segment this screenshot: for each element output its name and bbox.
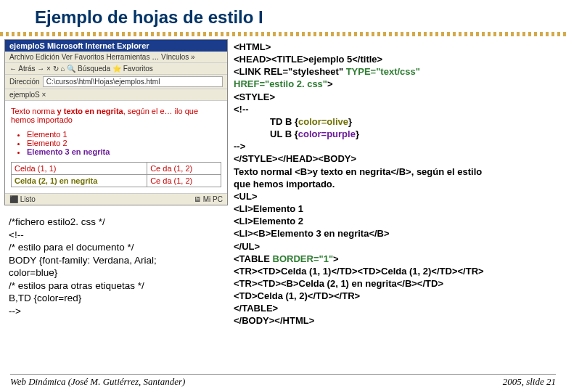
code-line: BODY {font-family: Verdana, Arial; bbox=[9, 254, 223, 267]
code-line: </STYLE></HEAD><BODY> bbox=[234, 152, 562, 165]
code-line: HREF="estilo 2. css"> bbox=[234, 78, 562, 90]
code-line: <HEAD><TITLE>ejemplo 5</title> bbox=[234, 53, 562, 65]
code-line: --> bbox=[234, 140, 562, 152]
left-column: ejemploS Microsoft Internet Explorer Arc… bbox=[4, 39, 228, 327]
list-item: Elemento 3 en negrita bbox=[27, 147, 221, 156]
code-line: Texto normal <B>y texto en negrita</B>, … bbox=[234, 166, 562, 178]
list-item: Elemento 2 bbox=[27, 139, 221, 147]
footer-left: Web Dinámica (José M. Gutiérrez, Santand… bbox=[10, 376, 185, 388]
content-area: ejemploS Microsoft Internet Explorer Arc… bbox=[0, 39, 566, 327]
addr-label: Dirección bbox=[9, 78, 40, 86]
cell-bold: Celda (2, 1) en negrita bbox=[15, 176, 97, 185]
cell: Celda (1, 1) bbox=[12, 163, 147, 175]
code-line: <TR><TD><B>Celda (2, 1) en negrita</B></… bbox=[234, 277, 562, 290]
code-line: --> bbox=[9, 305, 223, 318]
browser-table: Celda (1, 1) Ce da (1, 2) Celda (2, 1) e… bbox=[11, 162, 221, 187]
right-column: <HTML> <HEAD><TITLE>ejemplo 5</title> <L… bbox=[228, 39, 562, 327]
list-bold: Elemento 3 en negrita bbox=[27, 147, 110, 156]
body-text-1: Texto norma bbox=[11, 107, 57, 115]
cell: Ce da (1, 2) bbox=[147, 163, 221, 175]
code-line: que hemos importado. bbox=[234, 178, 562, 190]
table-row: Celda (2, 1) en negrita Ce da (1, 2) bbox=[12, 175, 221, 187]
browser-mockup: ejemploS Microsoft Internet Explorer Arc… bbox=[4, 39, 228, 205]
code-line: /* estilo para el documento */ bbox=[9, 241, 223, 254]
code-line: </BODY></HTML> bbox=[234, 314, 562, 327]
body-text-bold: y texto en negrita bbox=[57, 107, 123, 115]
code-line: <UL> bbox=[234, 190, 562, 203]
browser-tabs: ejemploS × bbox=[5, 89, 227, 101]
code-line: <LI><B>Elemento 3 en negrita</B> bbox=[234, 227, 562, 240]
slide-title: Ejemplo de hojas de estilo I bbox=[0, 0, 566, 32]
table-row: Celda (1, 1) Ce da (1, 2) bbox=[12, 163, 221, 175]
code-line: /* estilos para otras etiquetas */ bbox=[9, 279, 223, 293]
code-line: <TABLE BORDER="1"> bbox=[234, 253, 562, 265]
code-line: </UL> bbox=[234, 240, 562, 253]
addr-input[interactable]: C:\cursos\html\Hojas\ejemplos.html bbox=[43, 76, 223, 87]
code-line: <STYLE> bbox=[234, 91, 562, 103]
browser-toolbar: ← Atrás → × ↻ ⌂ 🔍 Búsqueda ⭐ Favoritos bbox=[5, 62, 227, 75]
status-left: ⬛ Listo bbox=[9, 195, 36, 203]
code-line: <LI>Elemento 2 bbox=[234, 215, 562, 227]
list-item: Elemento 1 bbox=[27, 130, 221, 139]
browser-titlebar: ejemploS Microsoft Internet Explorer bbox=[5, 40, 227, 52]
browser-status: ⬛ Listo 🖥 Mi PC bbox=[5, 193, 227, 205]
footer-right: 2005, slide 21 bbox=[503, 376, 556, 388]
code-line: <LINK REL="stylesheet" TYPE="text/css" bbox=[234, 65, 562, 78]
code-line: /*fichero estilo2. css */ bbox=[9, 216, 223, 229]
cell: Ce da (1, 2) bbox=[147, 175, 221, 187]
css-code-box: /*fichero estilo2. css */ <!-- /* estilo… bbox=[4, 213, 228, 320]
status-right: 🖥 Mi PC bbox=[194, 195, 223, 203]
cell: Celda (2, 1) en negrita bbox=[12, 175, 147, 187]
code-line: <LI>Elemento 1 bbox=[234, 203, 562, 215]
code-line: <TD>Celda (1, 2)</TD></TR> bbox=[234, 290, 562, 302]
browser-menubar: Archivo Edición Ver Favoritos Herramient… bbox=[5, 52, 227, 62]
code-line: <!-- bbox=[234, 103, 562, 115]
code-line: </TABLE> bbox=[234, 302, 562, 314]
dashed-rule bbox=[0, 32, 566, 36]
footer: Web Dinámica (José M. Gutiérrez, Santand… bbox=[10, 374, 556, 388]
code-line: TD B {color=olive} bbox=[234, 115, 562, 128]
code-line: color=blue} bbox=[9, 266, 223, 279]
browser-body: Texto norma y texto en negrita, según el… bbox=[5, 101, 227, 193]
code-line: UL B {color=purple} bbox=[234, 128, 562, 140]
code-line: <!-- bbox=[9, 229, 223, 242]
browser-address: Dirección C:\cursos\html\Hojas\ejemplos.… bbox=[5, 75, 227, 89]
code-line: <TR><TD>Celda (1, 1)</TD><TD>Celda (1, 2… bbox=[234, 265, 562, 277]
code-line: B,TD {color=red} bbox=[9, 292, 223, 305]
browser-list: Elemento 1 Elemento 2 Elemento 3 en negr… bbox=[11, 130, 221, 156]
code-line: <HTML> bbox=[234, 41, 562, 53]
